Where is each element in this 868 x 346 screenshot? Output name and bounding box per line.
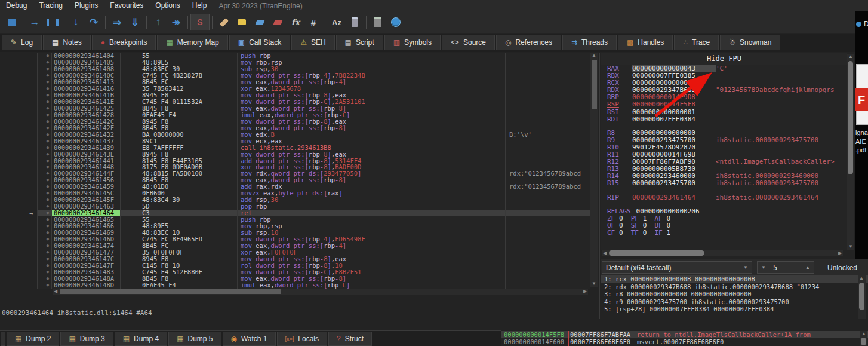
bookmark-icon[interactable] (269, 14, 287, 30)
breakpoint-gutter[interactable]: ● (38, 92, 52, 99)
breakpoint-gutter[interactable]: ● (38, 183, 52, 190)
spinner-down-icon[interactable]: ▼ (761, 265, 766, 270)
breakpoint-gutter[interactable]: ● (38, 170, 52, 177)
step-into-icon[interactable]: ↓ (67, 14, 85, 30)
breakpoint-gutter[interactable]: ● (38, 158, 52, 164)
args-vscrollbar[interactable]: ▲ (858, 275, 866, 319)
breakpoint-gutter[interactable]: ● (38, 269, 52, 275)
tab-notes[interactable]: ▤Notes (43, 35, 91, 50)
registers-vscrollbar[interactable]: ▲ ▼ (847, 54, 854, 250)
tab-threads[interactable]: ⇉Threads (562, 35, 617, 50)
tab-dump-1-partial[interactable] (1, 332, 5, 346)
breakpoint-gutter[interactable]: ● (38, 131, 52, 138)
breakpoint-gutter[interactable]: ● (38, 256, 52, 262)
argument-row[interactable]: 4: r9 0000000293475700 ih8static.0000000… (601, 298, 868, 306)
scroll-left-icon[interactable]: ◀ (602, 250, 608, 256)
scroll-up-icon[interactable]: ▲ (858, 275, 864, 281)
tab-script[interactable]: ▤Script (336, 35, 383, 50)
breakpoint-gutter[interactable]: ● (38, 282, 52, 289)
disasm-row[interactable]: ●00000002934614138B45 FCmov eax,dword pt… (38, 79, 590, 85)
lock-state-label[interactable]: Unlocked (827, 264, 857, 272)
step-over-icon[interactable]: ↷ (85, 14, 103, 30)
run-icon[interactable]: → (26, 14, 44, 30)
disasm-row[interactable]: ●000000029346146555push rbp (38, 216, 590, 223)
run-to-user-code-icon[interactable]: ↠ (167, 14, 185, 30)
scroll-up-icon[interactable]: ▲ (861, 331, 867, 337)
register-row-rsp[interactable]: RSP000000000014F5F8 (601, 101, 847, 108)
argument-row[interactable]: 5: [rsp+28] 000000007FFE0384 000000007FF… (601, 305, 868, 313)
tab-log[interactable]: ✎Log (2, 35, 42, 50)
stack-vscrollbar[interactable]: ▲ (860, 331, 867, 346)
menu-item-tracing[interactable]: Tracing (33, 0, 69, 11)
scroll-right-icon[interactable]: ▶ (837, 250, 843, 256)
execute-till-return-icon[interactable]: ↑ (149, 14, 167, 30)
disasm-vscrollbar[interactable]: ▲ ▼ (590, 53, 598, 287)
argument-row[interactable]: 1: rcx 000000000000000B 000000000000000B (601, 275, 868, 283)
disasm-row[interactable]: ●00000002934614635Dpop rbp (38, 203, 590, 210)
calling-convention-select[interactable]: Default (x64 fastcall) ▼ (602, 261, 752, 274)
animate-icon[interactable]: S (190, 14, 210, 30)
tab-references[interactable]: ◎References (496, 35, 561, 50)
flags-row[interactable]: CF 0 TF 0 IF 1 (601, 229, 847, 237)
breakpoint-gutter[interactable]: ●→ (38, 210, 52, 216)
tab-dump-4[interactable]: ▦Dump 4 (115, 332, 167, 346)
argument-row[interactable]: 3: r8 0000000000000000 0000000000000000 (601, 290, 868, 298)
internet-icon[interactable] (387, 14, 405, 30)
breakpoint-gutter[interactable]: ● (38, 53, 52, 59)
tab-source[interactable]: <>Source (442, 35, 495, 50)
tab-watch-1[interactable]: ◉Watch 1 (223, 332, 276, 346)
disasm-row[interactable]: ●000000029346146648:89E5mov rbp,rsp (38, 223, 590, 229)
hide-fpu-button[interactable]: Hide FPU (601, 53, 847, 65)
trace-into-icon[interactable]: ⇒ (108, 14, 126, 30)
breakpoint-gutter[interactable]: ● (38, 118, 52, 125)
menu-item-plugins[interactable]: Plugins (69, 0, 104, 11)
tab-struct[interactable]: ?Struct (328, 332, 372, 346)
disasm-row[interactable]: ●00000002934614748B45 FCmov eax,dword pt… (38, 243, 590, 249)
stack-view[interactable]: 000000000014F5F800007FF86F7ABFAAreturn t… (501, 331, 868, 346)
calculator-icon[interactable] (369, 14, 387, 30)
register-row-rip[interactable]: RIP0000000293461464ih8static.00000002934… (601, 194, 847, 201)
breakpoint-gutter[interactable]: ● (38, 79, 52, 85)
breakpoint-gutter[interactable]: ● (38, 190, 52, 197)
register-row-r15[interactable]: R150000000293475700ih8static.00000002934… (601, 180, 847, 187)
scroll-left-icon[interactable]: ◀ (53, 289, 59, 295)
disasm-row[interactable]: ●000000029346145F48:83C4 30add rsp,30 (38, 197, 590, 203)
tab-locals[interactable]: [x=]Locals (277, 332, 327, 346)
menu-item-options[interactable]: Options (149, 0, 186, 11)
breakpoint-gutter[interactable]: ● (38, 249, 52, 256)
stack-row[interactable]: 000000000014F5F800007FF86F7ABFAAreturn t… (501, 331, 868, 338)
trace-over-icon[interactable]: ⇓ (126, 14, 144, 30)
scroll-up-icon[interactable]: ▲ (848, 54, 854, 60)
disasm-row[interactable]: ●000000029346145C0FB600movzx eax,byte pt… (38, 190, 590, 197)
breakpoint-gutter[interactable]: ● (38, 229, 52, 236)
ordinals-icon[interactable]: # (304, 14, 322, 30)
breakpoint-gutter[interactable]: ● (38, 203, 52, 210)
strings-icon[interactable]: Aᴢ (328, 14, 346, 30)
breakpoint-gutter[interactable]: ● (38, 59, 52, 66)
tab-symbols[interactable]: ▥Symbols (384, 35, 441, 50)
breakpoint-gutter[interactable]: ● (38, 164, 52, 170)
tab-dump-3[interactable]: ▦Dump 3 (60, 332, 113, 346)
scroll-right-icon[interactable]: ▶ (582, 289, 588, 295)
disasm-row[interactable]: ●→0000000293461464C3ret (38, 210, 590, 216)
menu-item-debug[interactable]: Debug (0, 0, 33, 11)
disasm-row[interactable]: ●000000029346140455push rbp (38, 53, 590, 59)
pause-icon[interactable] (44, 14, 61, 30)
breakpoint-gutter[interactable]: ● (38, 275, 52, 282)
breakpoint-gutter[interactable]: ● (38, 66, 52, 72)
disasm-row[interactable]: ●000000029346142F8B45 F8mov eax,dword pt… (38, 125, 590, 131)
tab-breakpoints[interactable]: ●Breakpoints (92, 35, 156, 50)
scroll-down-icon[interactable]: ▼ (591, 281, 597, 287)
breakpoint-gutter[interactable]: ● (38, 223, 52, 229)
stop-square-icon[interactable] (2, 14, 20, 30)
menu-item-favourites[interactable]: Favourites (104, 0, 149, 11)
breakpoint-gutter[interactable]: ● (38, 125, 52, 131)
breakpoint-gutter[interactable]: ● (38, 105, 52, 112)
disassembly-view[interactable]: ●000000029346140455push rbp●000000029346… (37, 53, 590, 289)
tab-call-stack[interactable]: ▣Call Stack (229, 35, 290, 50)
label-icon[interactable] (251, 14, 269, 30)
tab-seh[interactable]: ⚠SEH (291, 35, 334, 50)
tab-trace[interactable]: ∴Trace (674, 35, 719, 50)
pdf-file-icon[interactable]: F (856, 64, 868, 125)
registers-hscrollbar[interactable]: ◀ ▶ (602, 250, 843, 256)
